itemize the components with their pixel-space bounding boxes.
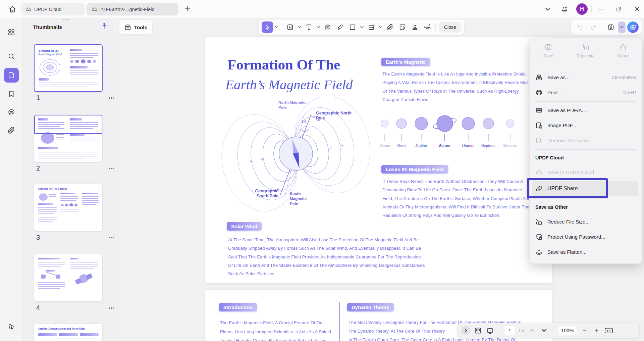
close-toolbar-button[interactable]: Close [439,22,461,33]
save-options-dropdown[interactable] [618,21,626,33]
home-icon [8,5,17,13]
select-tool-dropdown[interactable] [274,21,279,33]
text-tool-dropdown[interactable] [316,21,321,33]
text-tool[interactable] [303,21,315,33]
pin-button[interactable] [101,22,108,30]
measure-tool[interactable] [366,21,377,33]
quick-save-button[interactable]: Save [530,43,567,65]
sidebar-item-thumbnails[interactable] [4,68,19,83]
status-bar: 1 / 5 100% 1:1 [458,323,639,338]
redo-button[interactable] [587,21,599,33]
tab-updf-cloud[interactable]: UPDF Cloud [21,3,85,15]
menu-item-save-as[interactable]: Save as... Ctrl+Shift+S [530,70,642,85]
menu-item-print[interactable]: Print... Ctrl+P [530,85,642,100]
select-tool[interactable] [262,21,273,33]
menu-item-protect-password[interactable]: Protect Using Password... [530,229,642,244]
actual-size-button[interactable]: 1:1 [604,326,613,335]
menu-item-image-pdf[interactable]: Image PDF... [530,118,642,133]
planet-label: Mercury [503,144,517,148]
chevron-down-icon [545,8,550,11]
pdf-page-1[interactable]: Formation Of The Earth’s Magnetic Field [205,37,552,283]
reading-view-button[interactable] [474,326,482,335]
zoom-level-input[interactable]: 100% [558,326,577,335]
thumbnail-page-2[interactable] [34,115,102,162]
viewport-indicator [34,115,102,134]
menu-item-updf-share[interactable]: UPDF Share [530,180,642,197]
shape-tool[interactable] [347,21,358,33]
quick-duplicate-button[interactable]: Duplicate [567,43,604,65]
menu-item-label: Save as... [547,75,570,80]
menu-item-save-to-cloud[interactable]: Save to UPDF Cloud [530,165,642,180]
stamp-tool[interactable] [409,21,421,33]
avatar[interactable]: H [576,3,588,15]
ai-assistant-button[interactable] [627,21,639,33]
save-button[interactable] [605,21,616,33]
page-menu-button[interactable] [107,165,114,172]
tab-document[interactable]: 2.0-Earth's-...gnetic-Field [87,3,178,15]
notifications-button[interactable] [559,4,570,14]
paragraph-loses-field: If These Rays Reach The Earth Without Ob… [382,177,531,220]
close-window-button[interactable] [632,4,642,14]
signature-tool[interactable] [422,21,433,33]
undo-button[interactable] [574,21,586,33]
page-total: / 5 [519,328,524,333]
maximize-button[interactable] [614,4,624,14]
sidebar-item-apps[interactable] [4,25,19,40]
attachment-tool[interactable] [384,21,396,33]
titlebar-chevron-button[interactable] [543,4,553,14]
page-menu-button[interactable] [107,95,114,101]
presentation-button[interactable] [486,326,494,335]
heading-tool[interactable] [284,21,296,33]
sidebar-item-comments[interactable] [4,105,19,119]
comment-tool[interactable] [322,21,333,33]
menu-item-reduce-file-size[interactable]: Reduce File Size... [530,214,642,229]
quick-share-label: Share [617,53,629,58]
thumbnail-number: 4 [36,304,40,312]
sidebar-item-search[interactable] [4,49,19,64]
chevron-down-icon [379,26,382,28]
thumbnail-page-3[interactable]: Evidence For The Theories [34,184,102,231]
expand-button[interactable] [461,326,470,335]
bell-icon [560,5,569,13]
page-menu-button[interactable] [107,234,114,241]
measure-tool-dropdown[interactable] [378,21,383,33]
menu-divider [535,199,636,199]
sidebar-item-bookmarks[interactable] [4,87,19,101]
home-button[interactable] [8,5,17,13]
share-icon [619,43,627,51]
highlighter-tool[interactable] [334,21,346,33]
divider [591,5,592,13]
shape-tool-dropdown[interactable] [359,21,365,33]
sidebar-item-attachments[interactable] [4,123,19,138]
minus-icon [582,328,587,333]
new-tab-button[interactable] [184,5,191,12]
next-page-button[interactable] [540,326,548,335]
menu-item-remove-password[interactable]: Remove Password [530,133,642,148]
link-icon [535,185,543,192]
thumbnail-page-1[interactable]: Formation Of The Earth’s Magnetic Field [34,45,102,92]
flatten-layers-icon [535,248,543,256]
minimize-button[interactable] [596,4,606,14]
sticker-tool[interactable] [397,21,408,33]
zoom-in-button[interactable] [592,326,601,335]
restore-icon [615,5,623,13]
menu-item-label: Remove Password [547,138,590,143]
menu-item-save-as-pdfa[interactable]: PDF/A Save as PDF/A... [530,103,642,118]
divider [553,327,553,334]
previous-page-button[interactable] [528,326,536,335]
page-menu-button[interactable] [107,305,114,311]
tools-button[interactable]: Tools [119,20,152,35]
menu-section-save-as-other: Save as Other [530,200,642,214]
page-number-input[interactable]: 1 [504,326,516,335]
thumbnail-page-4[interactable] [34,254,102,301]
thumbnail-page-5[interactable]: Satellite Communications And Power Grids [34,324,102,341]
menu-item-shortcut: Ctrl+P [623,90,636,95]
panel-drag-handle[interactable] [63,19,69,20]
menu-item-save-as-flatten[interactable]: Save as Flatten... [530,244,642,259]
title-bar: UPDF Cloud 2.0-Earth's-...gnetic-Field H [0,0,644,18]
sidebar-item-swatches[interactable] [4,320,19,334]
section-badge-loses-field: Loses Its Magnetic Field [381,165,448,174]
zoom-out-button[interactable] [580,326,589,335]
heading-tool-dropdown[interactable] [297,21,302,33]
quick-share-button[interactable]: Share [604,43,642,65]
